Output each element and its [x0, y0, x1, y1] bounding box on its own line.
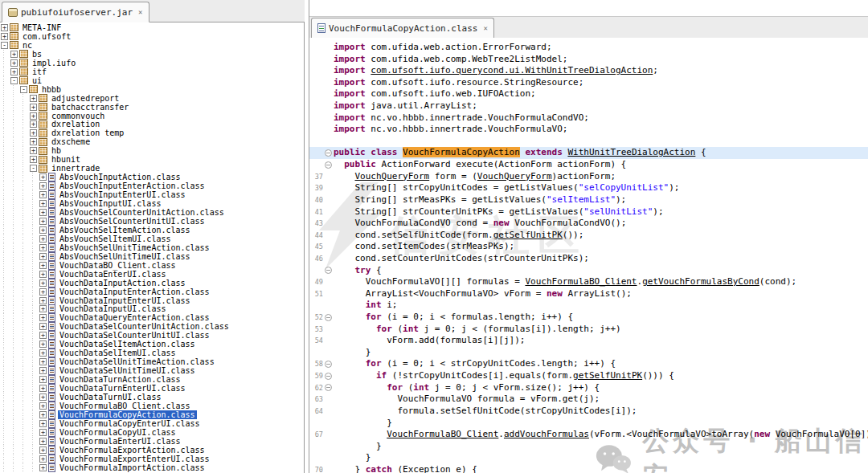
tree-item-class[interactable]: +VouchFormulaBO_Client.class: [0, 402, 304, 410]
tree-item-class[interactable]: +AbsVouchInputEnterUI.class: [0, 190, 304, 199]
collapse-icon[interactable]: -: [30, 165, 37, 172]
code-line[interactable]: 64 formula.setSelfUnitCode(strCopyUnitCo…: [309, 406, 868, 418]
expand-icon[interactable]: +: [10, 51, 18, 58]
expand-icon[interactable]: +: [39, 244, 47, 251]
collapse-icon[interactable]: -: [20, 86, 27, 93]
code-line[interactable]: 59 if (!strCopyUnitCodes[i].equals(form.…: [309, 370, 868, 382]
code-line[interactable]: 41 String[] strCounterUnitPKs = getListV…: [309, 206, 868, 218]
expand-icon[interactable]: +: [30, 147, 37, 154]
fold-collapse-icon[interactable]: [325, 149, 332, 157]
expand-icon[interactable]: +: [39, 191, 47, 198]
fold-collapse-icon[interactable]: [325, 314, 332, 321]
tree-item-class[interactable]: +VouchFormulaCopyUI.class: [0, 428, 304, 437]
tree-item-class[interactable]: +VouchDataSelCounterUnitAction.class: [0, 322, 304, 331]
tree-item-package[interactable]: +impl.iufo: [0, 59, 304, 67]
tree-item-package[interactable]: +commonvouch: [0, 112, 304, 120]
code-line[interactable]: public ActionForward execute(ActionForm …: [309, 159, 868, 171]
collapse-icon[interactable]: -: [1, 42, 8, 49]
fold-collapse-icon[interactable]: [325, 384, 332, 391]
code-line[interactable]: import com.ufsoft.iufo.querycond.ui.With…: [309, 65, 868, 77]
tree-item-package[interactable]: +bs: [0, 50, 304, 59]
code-line[interactable]: import com.ufida.web.comp.WebTree2ListMo…: [309, 54, 868, 66]
expand-icon[interactable]: +: [30, 156, 37, 163]
tree-item-class[interactable]: +VouchFormulaCopyAction.class: [0, 410, 304, 419]
close-icon[interactable]: ✕: [138, 8, 142, 16]
expand-icon[interactable]: +: [39, 332, 47, 339]
tree-item-class[interactable]: +VouchDataBO_Client.class: [0, 261, 304, 270]
expand-icon[interactable]: +: [10, 68, 18, 75]
expand-icon[interactable]: +: [30, 138, 37, 145]
tree-item-package[interactable]: -innertrade: [0, 164, 304, 173]
tree-item-class[interactable]: +AbsVouchSelCounterUnitAction.class: [0, 208, 304, 217]
fold-collapse-icon[interactable]: [325, 161, 332, 169]
tree-item-class[interactable]: +VouchDataEnterUI.class: [0, 270, 304, 279]
tree-item-class[interactable]: +AbsVouchSelUnitTimeUI.class: [0, 252, 304, 261]
tree-item-class[interactable]: +VouchDataInputAction.class: [0, 279, 304, 287]
tree-item-class[interactable]: +VouchDataSelCounterUnitUI.class: [0, 331, 304, 340]
tree-item-package[interactable]: +adjustedreport: [0, 94, 304, 103]
tree-item-class[interactable]: +VouchDataSelUnitTimeUI.class: [0, 366, 304, 375]
fold-collapse-icon[interactable]: [325, 373, 332, 380]
tree-item-package[interactable]: +META-INF: [0, 23, 304, 32]
expand-icon[interactable]: +: [39, 173, 47, 181]
code-line[interactable]: import com.ufsoft.iufo.resource.StringRe…: [309, 77, 868, 89]
tree-item-class[interactable]: +VouchDataInputEnterAction.class: [0, 287, 304, 296]
tree-item-class[interactable]: +VouchFormulaExportEnterUI.class: [0, 455, 304, 463]
code-line[interactable]: 52 for (i = 0; i < formulas.length; i++)…: [309, 312, 868, 324]
code-line[interactable]: 70 } catch (Exception e) {: [309, 464, 868, 473]
code-line[interactable]: 37 VouchQueryForm form = (VouchQueryForm…: [309, 171, 868, 183]
code-line[interactable]: [309, 136, 868, 148]
tree-item-class[interactable]: +VouchDataSelItemAction.class: [0, 340, 304, 349]
expand-icon[interactable]: +: [39, 235, 47, 243]
code-line[interactable]: 43 VouchFormulaCondVO cond = new VouchFo…: [309, 218, 868, 230]
code-line-current[interactable]: public class VouchFormulaCopyAction exte…: [309, 147, 868, 159]
tree-item-package[interactable]: +hbunit: [0, 155, 304, 164]
tree-item-package[interactable]: +hb: [0, 146, 304, 155]
code-line[interactable]: import com.ufsoft.iufo.web.IUFOAction;: [309, 88, 868, 100]
fold-collapse-icon[interactable]: [325, 267, 332, 274]
tree-item-package[interactable]: +com.ufsoft: [0, 32, 304, 41]
expand-icon[interactable]: +: [39, 358, 47, 365]
expand-icon[interactable]: +: [39, 288, 47, 296]
tree-item-class[interactable]: +AbsVouchInputEnterAction.class: [0, 181, 304, 190]
tree-item-package[interactable]: +dxrelation temp: [0, 128, 304, 137]
tree-item-class[interactable]: +VouchDataTurnEnterUI.class: [0, 384, 304, 393]
expand-icon[interactable]: +: [39, 455, 47, 463]
code-line[interactable]: }: [309, 441, 868, 453]
expand-icon[interactable]: +: [39, 305, 47, 312]
expand-icon[interactable]: +: [39, 279, 47, 287]
expand-icon[interactable]: +: [39, 349, 47, 357]
package-tree[interactable]: +META-INF+com.ufsoft-nc+bs+impl.iufo+itf…: [0, 22, 305, 473]
tree-item-class[interactable]: +VouchDataTurnUI.class: [0, 393, 304, 402]
tree-item-class[interactable]: +VouchDataInputEnterUI.class: [0, 296, 304, 305]
code-line[interactable]: 45 cond.setItemCodes(strMeasPKs);: [309, 241, 868, 253]
expand-icon[interactable]: +: [39, 218, 47, 225]
expand-icon[interactable]: +: [30, 95, 37, 102]
expand-icon[interactable]: +: [39, 367, 47, 374]
tree-item-class[interactable]: +VouchDataSelItemUI.class: [0, 349, 304, 357]
code-line[interactable]: }: [309, 418, 868, 430]
tree-item-class[interactable]: +VouchDataTurnAction.class: [0, 375, 304, 384]
tree-item-package[interactable]: +dxscheme: [0, 137, 304, 146]
tree-item-class[interactable]: +AbsVouchInputUI.class: [0, 199, 304, 208]
expand-icon[interactable]: +: [39, 429, 47, 436]
tree-item-class[interactable]: +VouchFormulaImportAction.class: [0, 463, 304, 472]
expand-icon[interactable]: +: [39, 209, 47, 216]
expand-icon[interactable]: +: [30, 120, 37, 128]
code-line[interactable]: 40 String[] strMeasPKs = getListValues("…: [309, 194, 868, 206]
collapse-icon[interactable]: -: [10, 77, 18, 84]
code-editor[interactable]: 信安社区 公众号 · 船山信安 import com.ufida.web.act…: [309, 38, 868, 473]
code-line[interactable]: try {: [309, 265, 868, 277]
tree-item-class[interactable]: +VouchDataSelUnitTimeAction.class: [0, 357, 304, 366]
code-line[interactable]: 67 VouchFormulaBO_Client.addVouchFormula…: [309, 429, 868, 441]
tree-item-package[interactable]: +batchacctransfer: [0, 103, 304, 112]
expand-icon[interactable]: +: [39, 271, 47, 278]
expand-icon[interactable]: +: [39, 393, 47, 401]
code-line[interactable]: 51 ArrayList<VouchFormulaVO> vForm = new…: [309, 288, 868, 300]
expand-icon[interactable]: +: [39, 226, 47, 234]
code-lines[interactable]: import com.ufida.web.action.ErrorForward…: [309, 42, 868, 473]
code-line[interactable]: 58 for (i = 0; i < strCopyUnitCodes.leng…: [309, 358, 868, 370]
code-line[interactable]: 63 VouchFormulaVO formula = vForm.get(j)…: [309, 393, 868, 406]
tree-item-class[interactable]: +VouchFormulaEnterUI.class: [0, 437, 304, 446]
tree-item-class[interactable]: +AbsVouchSelItemAction.class: [0, 226, 304, 234]
